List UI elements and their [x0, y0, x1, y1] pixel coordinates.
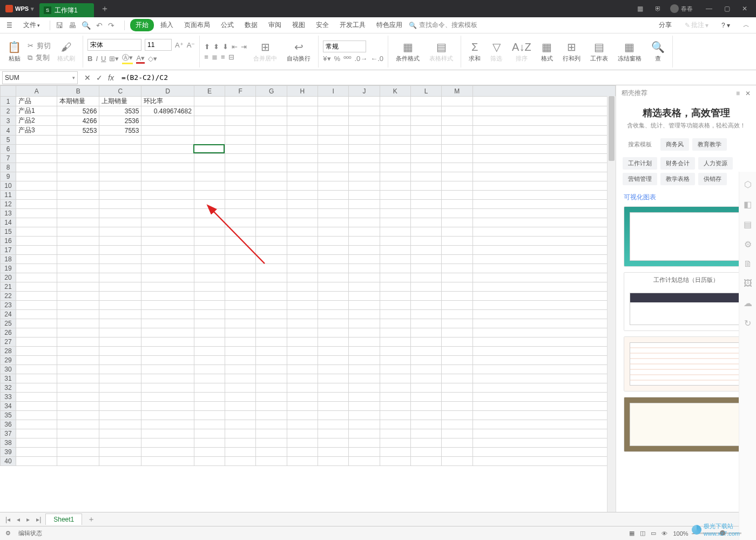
cell-B1[interactable]: 本期销量: [57, 97, 99, 106]
cell-I38[interactable]: [318, 438, 349, 448]
find-button[interactable]: 🔍查: [648, 39, 668, 64]
cell-E20[interactable]: [194, 273, 225, 282]
cell-M14[interactable]: [442, 218, 473, 227]
cell-M25[interactable]: [442, 319, 473, 328]
menu-review[interactable]: 审阅: [264, 18, 286, 32]
cell-D29[interactable]: [141, 356, 194, 365]
sort-button[interactable]: A↓Z排序: [509, 40, 535, 64]
cell-M20[interactable]: [442, 273, 473, 282]
tag-供销存[interactable]: 供销存: [698, 173, 727, 185]
help-button[interactable]: ? ▾: [717, 19, 734, 31]
cell-D12[interactable]: [141, 200, 194, 209]
cell-D24[interactable]: [141, 310, 194, 319]
cell-G26[interactable]: [256, 328, 287, 338]
cell-M30[interactable]: [442, 365, 473, 374]
row-header-31[interactable]: 31: [1, 374, 16, 383]
cell-E7[interactable]: [194, 154, 225, 163]
cell-A20[interactable]: [16, 273, 57, 282]
cell-G40[interactable]: [256, 457, 287, 466]
cell-L14[interactable]: [410, 218, 441, 227]
cell-H35[interactable]: [287, 411, 318, 420]
cell-F1[interactable]: [225, 97, 256, 106]
cell-L5[interactable]: [410, 136, 441, 145]
cell-E26[interactable]: [194, 328, 225, 338]
template-card-2[interactable]: 工作计划总结（日历版）: [624, 272, 748, 331]
cell-M19[interactable]: [442, 264, 473, 273]
cell-E5[interactable]: [194, 136, 225, 145]
template-card-4[interactable]: [624, 397, 748, 452]
cell-B29[interactable]: [57, 356, 99, 365]
cell-E36[interactable]: [194, 420, 225, 429]
cell-G35[interactable]: [256, 411, 287, 420]
cell-F17[interactable]: [225, 246, 256, 255]
cell-M33[interactable]: [442, 393, 473, 402]
cell-A6[interactable]: [16, 145, 57, 154]
cell-D4[interactable]: [141, 126, 194, 136]
cell-C19[interactable]: [99, 264, 141, 273]
cell-G37[interactable]: [256, 429, 287, 438]
row-header-27[interactable]: 27: [1, 338, 16, 347]
cell-K36[interactable]: [380, 420, 410, 429]
cell-L29[interactable]: [410, 356, 441, 365]
cell-G8[interactable]: [256, 163, 287, 172]
cell-M12[interactable]: [442, 200, 473, 209]
cell-B11[interactable]: [57, 191, 99, 200]
col-header-I[interactable]: I: [318, 86, 349, 97]
align-middle-icon[interactable]: ⬍: [213, 43, 219, 51]
cell-H11[interactable]: [287, 191, 318, 200]
cell-M16[interactable]: [442, 237, 473, 246]
cell-B36[interactable]: [57, 420, 99, 429]
cell-H19[interactable]: [287, 264, 318, 273]
cell-C8[interactable]: [99, 163, 141, 172]
cell-A33[interactable]: [16, 393, 57, 402]
cell-D8[interactable]: [141, 163, 194, 172]
cell-C11[interactable]: [99, 191, 141, 200]
cell-D10[interactable]: [141, 181, 194, 191]
cell-H30[interactable]: [287, 365, 318, 374]
cell-G39[interactable]: [256, 448, 287, 457]
cell-D9[interactable]: [141, 172, 194, 181]
format-button[interactable]: ▦格式: [538, 39, 556, 64]
cell-A11[interactable]: [16, 191, 57, 200]
cell-G30[interactable]: [256, 365, 287, 374]
cell-M4[interactable]: [442, 126, 473, 136]
cell-K25[interactable]: [380, 319, 410, 328]
sheet-tab-1[interactable]: Sheet1: [45, 514, 82, 525]
note-button[interactable]: ✎ 批注 ▾: [680, 18, 713, 32]
cell-C15[interactable]: [99, 227, 141, 237]
cell-J16[interactable]: [349, 237, 380, 246]
cell-I23[interactable]: [318, 301, 349, 310]
cell-H15[interactable]: [287, 227, 318, 237]
row-header-8[interactable]: 8: [1, 163, 16, 172]
cell-C1[interactable]: 上期销量: [99, 97, 141, 106]
cell-F32[interactable]: [225, 383, 256, 393]
cell-D7[interactable]: [141, 154, 194, 163]
increase-font-icon[interactable]: A⁺: [175, 41, 184, 49]
cell-G15[interactable]: [256, 227, 287, 237]
freeze-button[interactable]: ▦冻结窗格: [615, 39, 645, 64]
cell-G27[interactable]: [256, 338, 287, 347]
cell-C18[interactable]: [99, 255, 141, 264]
cell-G38[interactable]: [256, 438, 287, 448]
cell-A9[interactable]: [16, 172, 57, 181]
row-header-21[interactable]: 21: [1, 282, 16, 292]
cell-C21[interactable]: [99, 282, 141, 292]
cell-J24[interactable]: [349, 310, 380, 319]
cell-J3[interactable]: [349, 116, 380, 126]
row-header-36[interactable]: 36: [1, 420, 16, 429]
name-box[interactable]: SUM ▾: [2, 71, 78, 84]
cell-C17[interactable]: [99, 246, 141, 255]
share-button[interactable]: 分享: [654, 18, 676, 32]
cell-J7[interactable]: [349, 154, 380, 163]
cell-J21[interactable]: [349, 282, 380, 292]
command-search[interactable]: 🔍 查找命令、搜索模板: [409, 21, 477, 30]
cell-D2[interactable]: 0.489674682: [141, 106, 194, 116]
row-header-13[interactable]: 13: [1, 209, 16, 218]
cell-H14[interactable]: [287, 218, 318, 227]
cell-M17[interactable]: [442, 246, 473, 255]
format-painter-button[interactable]: 🖌 格式刷: [54, 40, 78, 64]
cell-D3[interactable]: [141, 116, 194, 126]
cell-E29[interactable]: [194, 356, 225, 365]
cell-J18[interactable]: [349, 255, 380, 264]
cell-K13[interactable]: [380, 209, 410, 218]
